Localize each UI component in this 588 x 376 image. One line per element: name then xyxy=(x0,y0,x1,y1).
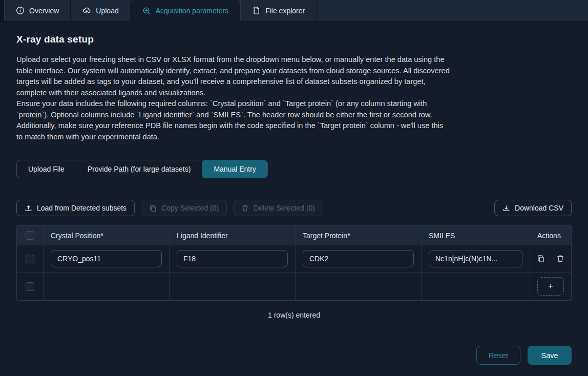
row-actions-cell xyxy=(530,245,571,272)
smiles-cell xyxy=(422,245,530,272)
add-row-button[interactable]: + xyxy=(537,277,564,296)
empty-cell xyxy=(44,273,170,300)
tab-label: Upload xyxy=(96,7,118,15)
row-checkbox[interactable] xyxy=(26,282,34,291)
page-title: X-ray data setup xyxy=(16,34,572,45)
trash-icon xyxy=(241,204,249,212)
upload-cloud-icon xyxy=(82,6,91,15)
tab-label: Overview xyxy=(29,7,59,15)
row-checkbox-cell xyxy=(17,245,44,272)
crystal-position-cell xyxy=(44,245,170,272)
header-checkbox-cell xyxy=(17,226,44,245)
input-mode-segments: Upload File Provide Path (for large data… xyxy=(16,160,268,178)
info-icon xyxy=(16,6,25,15)
ligand-identifier-cell xyxy=(170,245,296,272)
smiles-input[interactable] xyxy=(429,250,522,267)
target-protein-cell xyxy=(296,245,422,272)
delete-selected-button[interactable]: Delete Selected (0) xyxy=(233,200,323,216)
column-header-smiles: SMILES xyxy=(422,226,530,245)
column-header-target-protein: Target Protein* xyxy=(296,226,422,245)
tabbar-left-gap xyxy=(0,0,4,21)
tab-label: Acquisition parameters xyxy=(156,7,228,15)
manual-entry-table: Crystal Position* Ligand Identifier Targ… xyxy=(16,225,572,301)
add-row-cell: + xyxy=(530,273,571,300)
empty-cell xyxy=(422,273,530,300)
copy-icon xyxy=(149,204,157,212)
zoom-search-icon xyxy=(142,7,151,15)
segment-manual-entry[interactable]: Manual Entry xyxy=(202,160,267,178)
column-header-ligand-identifier: Ligand Identifier xyxy=(170,226,296,245)
empty-cell xyxy=(170,273,296,300)
select-all-checkbox[interactable] xyxy=(26,231,34,240)
save-button[interactable]: Save xyxy=(528,346,572,365)
file-icon xyxy=(252,6,261,15)
table-toolbar: Load from Detected subsets Copy Selected… xyxy=(16,200,572,216)
row-count-status: 1 row(s) entered xyxy=(16,311,572,319)
row-checkbox-cell xyxy=(17,273,44,300)
tab-overview[interactable]: Overview xyxy=(4,0,71,21)
table-row xyxy=(17,245,571,272)
copy-row-button[interactable] xyxy=(535,253,547,265)
description-paragraph-2: Ensure your data includes the following … xyxy=(16,98,451,142)
reset-button[interactable]: Reset xyxy=(476,346,520,365)
segment-upload-file[interactable]: Upload File xyxy=(17,160,76,178)
crystal-position-input[interactable] xyxy=(51,250,162,267)
footer-actions: Reset Save xyxy=(0,346,588,365)
copy-selected-button[interactable]: Copy Selected (0) xyxy=(141,200,227,216)
empty-cell xyxy=(296,273,422,300)
download-csv-label: Download CSV xyxy=(515,204,563,212)
trash-icon xyxy=(556,255,564,263)
tray-upload-icon xyxy=(25,204,32,212)
target-protein-input[interactable] xyxy=(303,250,414,267)
table-header-row: Crystal Position* Ligand Identifier Targ… xyxy=(17,226,571,245)
page-description: Upload or select your freezing sheet in … xyxy=(16,54,451,142)
top-tab-bar: Overview Upload Acquisition parameters xyxy=(0,0,588,22)
tab-acquisition-parameters[interactable]: Acquisition parameters xyxy=(131,0,240,22)
copy-selected-label: Copy Selected (0) xyxy=(161,204,219,212)
main-content: X-ray data setup Upload or select your f… xyxy=(0,22,588,319)
description-paragraph-1: Upload or select your freezing sheet in … xyxy=(16,54,451,98)
load-from-subsets-label: Load from Detected subsets xyxy=(37,204,127,212)
tab-upload[interactable]: Upload xyxy=(71,0,130,21)
load-from-subsets-button[interactable]: Load from Detected subsets xyxy=(16,200,135,216)
delete-row-button[interactable] xyxy=(554,253,566,265)
delete-selected-label: Delete Selected (0) xyxy=(254,204,315,212)
row-checkbox[interactable] xyxy=(26,255,34,263)
column-header-crystal-position: Crystal Position* xyxy=(44,226,170,245)
download-csv-button[interactable]: Download CSV xyxy=(494,200,572,216)
table-empty-row: + xyxy=(17,272,571,300)
tab-file-explorer[interactable]: File explorer xyxy=(240,0,317,21)
tab-label: File explorer xyxy=(265,7,305,15)
copy-icon xyxy=(537,255,545,263)
download-icon xyxy=(502,204,510,212)
ligand-identifier-input[interactable] xyxy=(177,250,288,267)
segment-provide-path[interactable]: Provide Path (for large datasets) xyxy=(76,160,203,178)
column-header-actions: Actions xyxy=(530,226,571,245)
